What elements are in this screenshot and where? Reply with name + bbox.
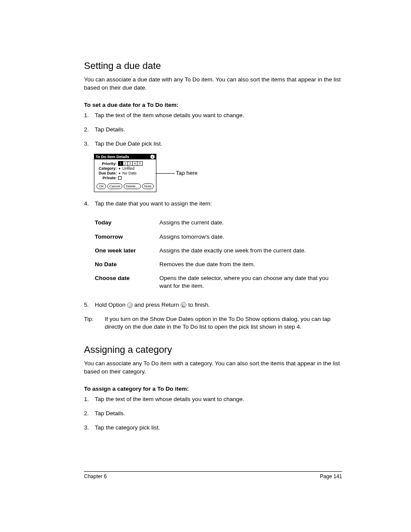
step-text: Tap the Due Date pick list. — [95, 140, 162, 147]
step-num: 5. — [84, 301, 89, 309]
step-num: 1. — [84, 395, 89, 404]
duedate-row: Due Date: ▼ No Date — [96, 171, 154, 175]
step-3: 3. Tap the Due Date pick list. — [84, 140, 342, 148]
step-1: 1. Tap the text of the item whose detail… — [84, 112, 342, 120]
intro-text-2: You can associate any To Do item with a … — [84, 360, 342, 376]
step-text-a: Hold Option — [95, 302, 127, 308]
step-num: 2. — [84, 410, 89, 418]
cancel-button: Cancel — [107, 184, 122, 189]
device-title: To Do Item Details — [96, 155, 129, 159]
step-2: 2. Tap Details. — [84, 410, 342, 418]
subhead-2: To assign a category for a To Do item: — [84, 386, 342, 392]
tip-row: Tip: If you turn on the Show Due Dates o… — [84, 315, 342, 332]
page-footer: Chapter 6 Page 141 — [84, 471, 342, 479]
callout-line — [156, 173, 175, 174]
opt-desc: Opens the date selector, where you can c… — [159, 271, 338, 293]
step-num: 4. — [84, 200, 89, 208]
private-label: Private: — [96, 176, 117, 180]
priority-3: 3 — [128, 162, 133, 165]
step-num: 3. — [84, 140, 89, 148]
table-row: Today Assigns the current date. — [95, 216, 338, 230]
note-button: Note — [142, 184, 154, 189]
step-3: 3. Tap the category pick list. — [84, 424, 342, 432]
dropdown-icon: ▼ — [118, 172, 121, 175]
options-table: Today Assigns the current date. Tomorrow… — [95, 216, 338, 293]
priority-2: 2 — [123, 162, 128, 165]
tip-text: If you turn on the Show Due Dates option… — [105, 315, 342, 332]
ok-button: OK — [97, 184, 106, 189]
step-text: Tap the date that you want to assign the… — [95, 200, 212, 207]
steps-list-2: 1. Tap the text of the item whose detail… — [84, 395, 342, 432]
step-text: Tap the text of the item whose details y… — [95, 112, 244, 118]
step-text: Tap Details. — [95, 410, 125, 417]
priority-1: 1 — [118, 162, 123, 165]
step-2: 2. Tap Details. — [84, 126, 342, 134]
step-4: 4. Tap the date that you want to assign … — [84, 200, 342, 208]
priority-4: 4 — [133, 162, 137, 165]
category-value: Unfiled — [122, 166, 134, 171]
priority-label: Priority: — [96, 162, 117, 166]
heading-assigning-category: Assigning a category — [84, 344, 342, 355]
table-row: One week later Assigns the date exactly … — [95, 244, 338, 258]
step-text: Tap the text of the item whose details y… — [95, 396, 244, 402]
opt-desc: Assigns the date exactly one week from t… — [159, 244, 338, 258]
step-text-b: and press Return — [134, 302, 181, 308]
footer-right: Page 141 — [320, 473, 342, 479]
steps-list-1c: 5. Hold Option and press Return to finis… — [84, 301, 342, 309]
opt-term: One week later — [95, 244, 159, 258]
opt-term: Tomorrow — [95, 230, 159, 244]
table-row: No Date Removes the due date from the it… — [95, 258, 338, 271]
step-num: 3. — [84, 424, 89, 432]
priority-selector: 1 2 3 4 5 — [118, 161, 143, 166]
step-num: 1. — [84, 112, 89, 120]
duedate-value: No Date — [122, 171, 137, 175]
footer-left: Chapter 6 — [84, 473, 107, 479]
option-key-icon — [127, 302, 133, 308]
category-row: Category: ▼ Unfiled — [96, 166, 154, 171]
table-row: Tomorrow Assigns tomorrow's date. — [95, 230, 338, 244]
heading-setting-due-date: Setting a due date — [84, 60, 342, 72]
return-key-icon — [181, 302, 187, 308]
tip-label: Tip: — [84, 315, 105, 332]
opt-term: No Date — [95, 258, 159, 271]
callout-text: Tap here — [176, 170, 198, 176]
info-icon: i — [150, 155, 155, 159]
step-text: Tap the category pick list. — [95, 424, 160, 431]
device-titlebar: To Do Item Details i — [94, 154, 156, 159]
subhead-1: To set a due date for a To Do item: — [84, 102, 342, 108]
intro-text-1: You can associate a due date with any To… — [84, 76, 342, 92]
priority-5: 5 — [137, 162, 142, 165]
opt-term: Choose date — [95, 271, 159, 293]
category-label: Category: — [96, 166, 117, 171]
device-screenshot: To Do Item Details i Priority: 1 2 3 4 5… — [94, 154, 156, 192]
opt-desc: Assigns the current date. — [159, 216, 338, 230]
dropdown-icon: ▼ — [118, 167, 121, 170]
priority-row: Priority: 1 2 3 4 5 — [96, 161, 154, 166]
duedate-label: Due Date: — [96, 171, 117, 175]
opt-desc: Assigns tomorrow's date. — [159, 230, 338, 244]
step-text-c: to finish. — [188, 302, 210, 308]
private-checkbox — [118, 176, 121, 180]
steps-list-1: 1. Tap the text of the item whose detail… — [84, 112, 342, 148]
device-buttons: OK Cancel Delete... Note — [96, 184, 154, 190]
table-row: Choose date Opens the date selector, whe… — [95, 271, 338, 293]
delete-button: Delete... — [124, 184, 141, 189]
steps-list-1b: 4. Tap the date that you want to assign … — [84, 200, 342, 208]
device-figure: To Do Item Details i Priority: 1 2 3 4 5… — [94, 154, 342, 192]
step-num: 2. — [84, 126, 89, 134]
opt-term: Today — [95, 216, 159, 230]
step-text: Tap Details. — [95, 126, 125, 133]
step-5: 5. Hold Option and press Return to finis… — [84, 301, 342, 309]
opt-desc: Removes the due date from the item. — [159, 258, 338, 271]
private-row: Private: — [96, 176, 154, 180]
step-1: 1. Tap the text of the item whose detail… — [84, 395, 342, 404]
